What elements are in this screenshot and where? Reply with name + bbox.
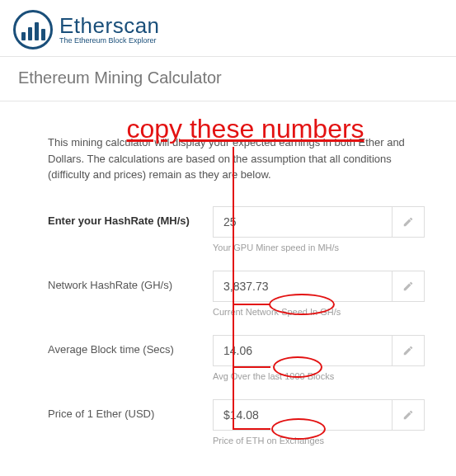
brand-name: Etherscan [59, 14, 160, 38]
edit-button-network-hashrate[interactable] [392, 271, 425, 302]
brand-tagline: The Ethereum Block Explorer [59, 37, 160, 45]
pencil-icon [402, 216, 414, 228]
form-row-hashrate: Enter your HashRate (MH/s) Your GPU Mine… [48, 206, 425, 252]
help-block-time: Avg Over the last 1000 Blocks [213, 371, 425, 381]
input-network-hashrate[interactable] [213, 271, 392, 302]
edit-button-ether-price[interactable] [392, 399, 425, 431]
form-row-ether-price: Price of 1 Ether (USD) Price of ETH on E… [48, 399, 425, 445]
form-row-network-hashrate: Network HashRate (GH/s) Current Network … [48, 271, 425, 317]
label-block-time: Average Block time (Secs) [48, 335, 213, 356]
label-ether-price: Price of 1 Ether (USD) [48, 399, 213, 420]
pencil-icon [402, 280, 414, 292]
input-hashrate[interactable] [213, 206, 392, 238]
label-network-hashrate: Network HashRate (GH/s) [48, 271, 213, 291]
help-network-hashrate: Current Network Speed In GH/s [213, 307, 425, 317]
help-ether-price: Price of ETH on Exchanges [213, 436, 425, 445]
header: Etherscan The Ethereum Block Explorer [0, 0, 456, 56]
page-title: Ethereum Mining Calculator [0, 57, 456, 101]
form-row-block-time: Average Block time (Secs) Avg Over the l… [48, 335, 425, 381]
brand-text: Etherscan The Ethereum Block Explorer [59, 14, 160, 45]
input-block-time[interactable] [213, 335, 392, 366]
pencil-icon [402, 409, 414, 421]
input-ether-price[interactable] [213, 399, 392, 431]
etherscan-logo-icon [13, 10, 53, 49]
edit-button-hashrate[interactable] [392, 206, 425, 238]
intro-text: This mining calculator will display your… [48, 134, 425, 183]
edit-button-block-time[interactable] [392, 335, 425, 366]
help-hashrate: Your GPU Miner speed in MH/s [213, 243, 425, 252]
label-hashrate: Enter your HashRate (MH/s) [48, 206, 213, 227]
pencil-icon [402, 345, 414, 356]
calculator-body: This mining calculator will display your… [0, 101, 456, 472]
